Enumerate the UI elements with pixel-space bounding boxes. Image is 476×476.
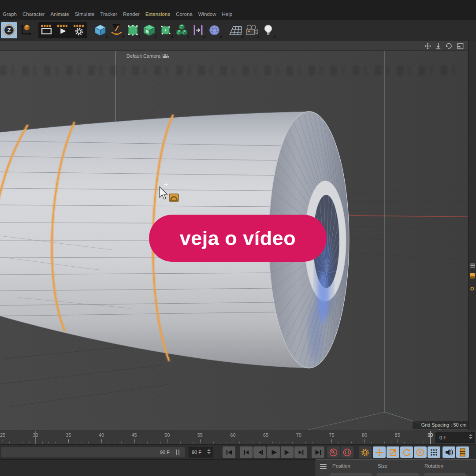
record-position-button[interactable] [373,446,386,458]
menu-items: GraphCharacterAnimateSimulateTrackerRend… [3,11,232,17]
ruler-frame-label: 75 [329,432,334,438]
simulate-icon[interactable] [190,22,206,38]
record-rotation-button[interactable] [400,446,413,458]
render-to-picture-viewer-icon[interactable] [55,22,71,38]
menu-item-extensions[interactable]: Extensions [145,11,170,17]
render-view-icon[interactable] [38,22,55,38]
ruler-minor-ticks [3,442,435,443]
menu-item-animate[interactable]: Animate [50,11,69,17]
goto-end-button[interactable] [312,446,324,458]
viewport-3d[interactable]: Default Camera Grid Spacing : 50 cm veja… [0,51,468,430]
timeline-marker[interactable] [35,431,36,444]
spinner-arrows-icon[interactable] [207,449,211,454]
record-scale-button[interactable] [387,446,399,458]
panel-menu-icon[interactable] [470,264,475,268]
watermark-band [0,66,463,75]
menu-item-tracker[interactable]: Tracker [100,11,117,17]
ruler-frame-label: 55 [197,432,203,438]
deformer-icon[interactable] [157,22,174,38]
range-slider-handle[interactable] [176,450,179,455]
primitive-cube-icon[interactable] [92,22,108,38]
render-preview-toggle-button[interactable] [456,446,469,458]
menu-item-render[interactable]: Render [123,11,140,17]
main-toolbar: Z [0,20,476,41]
watch-video-button[interactable]: veja o vídeo [149,215,327,262]
goto-start-button[interactable] [223,446,235,458]
rotation-input[interactable] [424,473,467,476]
menu-bar: GraphCharacterAnimateSimulateTrackerRend… [0,0,476,20]
toggle-view-icon[interactable] [457,42,464,50]
size-column-label: Size [378,463,387,469]
goto-next-key-button[interactable] [294,446,307,458]
autokeying-button[interactable] [341,446,353,458]
menu-item-corona[interactable]: Corona [176,11,193,17]
ruler-frame-label: 60 [230,432,235,438]
position-input[interactable] [329,473,372,476]
menu-item-simulate[interactable]: Simulate [75,11,95,17]
frame-offset-spinner[interactable]: 0 F [435,432,475,443]
ruler-frame-label: 80 [362,432,367,438]
application-window: GraphCharacterAnimateSimulateTrackerRend… [0,0,476,476]
spinner-arrows-icon[interactable] [469,434,472,439]
coordinates-panel: Position Size Rotation [316,459,476,476]
camera-glyph-icon [162,54,169,58]
transport-bar: 90 F 90 F [0,444,476,459]
ruler-frame-label: 35 [66,432,71,438]
x-axis-line [350,216,468,217]
menu-item-window[interactable]: Window [198,11,216,17]
current-frame-spinner[interactable]: 90 F [189,447,213,457]
goto-next-frame-button[interactable] [281,446,294,458]
rotate-view-icon[interactable] [445,42,453,50]
volume-cube-icon[interactable] [141,22,157,38]
array-icon[interactable] [174,22,190,38]
viewport-header [0,41,468,51]
record-parameter-button[interactable]: P [414,446,427,458]
size-input[interactable] [376,473,420,476]
right-panel-edge: O [468,41,476,430]
keying-settings-button[interactable] [359,446,372,458]
bottom-spacer-panel [0,459,316,476]
ruler-frame-label: 85 [395,432,400,438]
dolly-icon[interactable] [435,42,442,50]
ruler-frame-label: 65 [263,432,268,438]
goto-previous-key-button[interactable] [240,446,253,458]
menu-item-graph[interactable]: Graph [3,11,17,17]
timeline-playhead[interactable] [430,431,431,444]
field-sphere-icon[interactable] [206,22,223,38]
ruler-frame-label: 40 [99,432,104,438]
floor-grid-icon[interactable] [227,22,244,38]
record-keyframe-button[interactable] [327,446,340,458]
subdivision-surface-icon[interactable] [125,22,141,38]
menu-item-help[interactable]: Help [222,11,233,17]
camera-label[interactable]: Default Camera [126,53,169,59]
goz-plugin-icon[interactable]: Z [1,22,17,38]
object-partial-label: O [470,286,474,291]
pan-icon[interactable] [424,42,431,50]
render-settings-icon[interactable] [71,22,87,38]
svg-text:P: P [419,450,422,455]
object-icon[interactable] [470,273,475,279]
light-icon[interactable] [260,22,276,38]
svg-text:Z: Z [7,27,11,33]
menu-item-character[interactable]: Character [22,11,45,17]
camera-icon[interactable] [244,22,260,38]
ruler-frame-label: 70 [296,432,301,438]
preview-range-slider[interactable]: 90 F [1,447,185,457]
ruler-frame-label: 25 [0,432,5,438]
grid-spacing-label: Grid Spacing : 50 cm [413,421,468,429]
position-column-label: Position [332,463,350,469]
ruler-frame-label: 45 [131,432,137,438]
panel-menu-icon[interactable] [320,464,327,469]
pen-spline-icon[interactable] [108,22,125,38]
record-point-level-animation-button[interactable] [428,446,440,458]
coordinate-axis-icon[interactable] [17,22,33,38]
rotation-column-label: Rotation [424,463,443,469]
goto-previous-frame-button[interactable] [253,446,266,458]
sound-toggle-button[interactable] [443,446,455,458]
timeline-ruler[interactable]: 2530354045505560657075808590 0 F [0,430,476,444]
ruler-frame-label: 50 [164,432,170,438]
play-forward-button[interactable] [267,446,280,458]
